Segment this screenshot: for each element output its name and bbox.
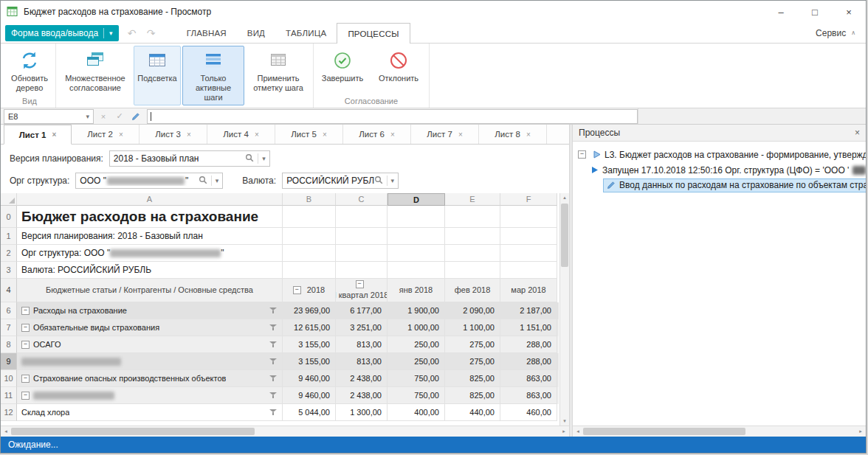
grid-cell[interactable] [500, 228, 557, 245]
grid-cell[interactable]: 750,00 [388, 387, 445, 404]
grid-cell[interactable]: 2 438,00 [336, 387, 388, 404]
search-icon[interactable] [199, 176, 207, 187]
grid-cell[interactable] [336, 228, 388, 245]
grid-cell[interactable] [500, 262, 557, 279]
sheet-tab-7[interactable]: Лист 7× [411, 125, 479, 144]
process-tree-item-instance[interactable]: Запущен 17.10.2018 12:50:16 Орг. структу… [573, 162, 866, 178]
row-header[interactable]: 11 [1, 387, 17, 404]
grid-cell[interactable] [445, 262, 500, 279]
collapse-icon[interactable] [21, 341, 30, 349]
refresh-tree-button[interactable]: Обновить дерево [6, 46, 53, 95]
filter-icon[interactable] [269, 324, 278, 331]
grid-cell[interactable] [336, 262, 388, 279]
collapse-icon[interactable] [21, 324, 30, 332]
close-icon[interactable]: × [855, 128, 860, 138]
selected-step[interactable]: Ввод данных по расходам на страхование п… [603, 178, 866, 192]
sheet-tab-6[interactable]: Лист 6× [343, 125, 411, 144]
grid-cell[interactable] [445, 206, 500, 228]
tab-tablitsa[interactable]: ТАБЛИЦА [275, 23, 337, 43]
grid-cell[interactable] [388, 206, 445, 228]
row-header[interactable]: 9 [1, 353, 17, 370]
grid-cell[interactable]: 9 460,00 [283, 370, 336, 387]
column-header-f[interactable]: F [500, 193, 557, 206]
confirm-entry-icon[interactable]: ✓ [113, 111, 126, 121]
undo-button[interactable]: ↶ [126, 27, 138, 39]
formula-input[interactable] [147, 109, 638, 124]
row-header[interactable]: 12 [1, 404, 17, 421]
tab-vid[interactable]: ВИД [237, 23, 275, 43]
process-tree-item-root[interactable]: L3. Бюджет расходов на страхование - фор… [573, 147, 866, 162]
grid-cell[interactable]: Версия планирования: 2018 - Базовый план [17, 228, 283, 245]
grid-cell[interactable]: 250,00 [388, 353, 445, 370]
grid-cell[interactable]: 5 044,00 [283, 404, 336, 421]
row-header[interactable]: 2 [1, 245, 17, 262]
scroll-right-icon[interactable]: ▸ [559, 426, 569, 437]
cell-reference-box[interactable]: E8 ▾ [4, 109, 94, 124]
grid-cell[interactable]: 275,00 [445, 336, 500, 353]
grid-cell[interactable]: 825,00 [445, 387, 500, 404]
tab-glavnaya[interactable]: ГЛАВНАЯ [176, 23, 237, 43]
scroll-left-icon[interactable]: ◂ [573, 426, 583, 437]
grid-cell[interactable] [283, 228, 336, 245]
grid-cell[interactable]: 825,00 [445, 370, 500, 387]
filter-icon[interactable] [269, 307, 278, 314]
filter-icon[interactable] [269, 409, 278, 416]
scroll-right-icon[interactable]: ▸ [855, 426, 866, 437]
grid-cell[interactable] [445, 228, 500, 245]
grid-cell[interactable]: 3 251,00 [336, 319, 388, 336]
active-steps-only-button[interactable]: Только активные шаги [182, 46, 244, 105]
filter-icon[interactable] [269, 375, 278, 382]
highlight-button[interactable]: Подсветка [134, 46, 181, 105]
horizontal-scrollbar[interactable]: ◂ ▸ [1, 426, 569, 437]
grid-cell[interactable] [283, 262, 336, 279]
row-header[interactable]: 0 [1, 206, 17, 228]
close-icon[interactable]: × [52, 131, 56, 139]
column-header-b[interactable]: B [283, 193, 336, 206]
collapse-icon[interactable] [293, 286, 301, 294]
chevron-down-icon[interactable]: ▾ [262, 155, 266, 162]
close-icon[interactable]: × [187, 131, 191, 139]
budget-item-cell[interactable]: Обязательные виды страхования [17, 319, 283, 336]
grid-cell[interactable]: Орг структура: ООО "" [17, 245, 283, 262]
cancel-entry-icon[interactable]: × [97, 112, 110, 121]
org-combobox[interactable]: ООО "" ▾ [75, 173, 223, 189]
grid-cell[interactable]: 12 615,00 [283, 319, 336, 336]
search-icon[interactable] [374, 176, 383, 187]
sheet-tab-3[interactable]: Лист 3× [140, 125, 207, 144]
grid-cell[interactable]: 288,00 [500, 336, 557, 353]
multi-approval-button[interactable]: Множественное согласование [58, 46, 132, 105]
minimize-button[interactable]: – [764, 1, 798, 23]
grid-cell[interactable]: 9 460,00 [283, 387, 336, 404]
close-icon[interactable]: × [255, 131, 259, 139]
table-header-cell[interactable]: 2018 [283, 279, 336, 302]
grid-cell[interactable]: 6 177,00 [336, 302, 388, 319]
row-header[interactable]: 6 [1, 302, 17, 319]
table-header-cell[interactable]: мар 2018 [500, 279, 557, 302]
grid-cell[interactable]: 3 155,00 [283, 336, 336, 353]
filter-icon[interactable] [269, 392, 278, 399]
grid-cell[interactable]: 1 000,00 [388, 319, 445, 336]
grid-cell[interactable]: 2 187,00 [500, 302, 557, 319]
vertical-scrollbar[interactable]: ▴ ▾ [559, 193, 569, 426]
collapse-icon[interactable] [356, 280, 364, 288]
grid-cell[interactable]: 813,00 [336, 353, 388, 370]
grid-cell[interactable] [388, 262, 445, 279]
scroll-up-icon[interactable]: ▴ [560, 195, 569, 201]
select-all-corner[interactable] [1, 193, 17, 206]
grid-cell[interactable]: Валюта: РОССИЙСКИЙ РУБЛЬ [17, 262, 283, 279]
grid-cell[interactable]: 1 151,00 [500, 319, 557, 336]
row-header[interactable]: 10 [1, 370, 17, 387]
grid-cell[interactable]: 813,00 [336, 336, 388, 353]
grid-cell[interactable] [283, 245, 336, 262]
column-header-d[interactable]: D [388, 193, 445, 206]
collapse-icon[interactable] [21, 392, 30, 400]
chevron-down-icon[interactable]: ▾ [391, 177, 395, 184]
grid-cell[interactable]: 460,00 [500, 404, 557, 421]
chevron-down-icon[interactable]: ▾ [86, 113, 89, 120]
table-header-cell[interactable]: I квартал 2018 [336, 279, 388, 302]
grid-cell[interactable] [388, 228, 445, 245]
grid-cell[interactable]: 440,00 [445, 404, 500, 421]
collapse-icon[interactable] [578, 150, 586, 159]
column-header-a[interactable]: A [17, 193, 283, 206]
budget-item-cell[interactable]: ОСАГО [17, 336, 283, 353]
